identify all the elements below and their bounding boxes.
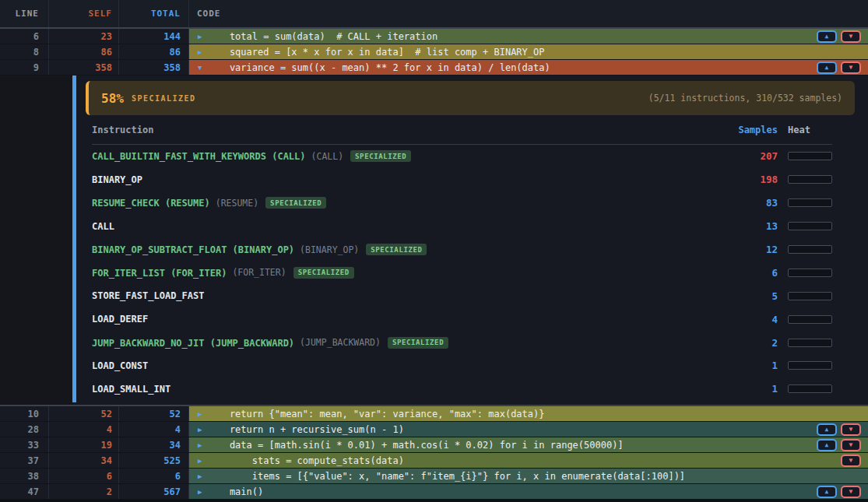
instruction-samples: 5 [715,290,778,302]
instruction-panel: 58% SPECIALIZED (5/11 instructions, 310/… [76,75,868,405]
total-samples: 6 [118,469,188,483]
instruction-name: BINARY_OP [92,174,715,185]
instruction-name: BINARY_OP_SUBTRACT_FLOAT (BINARY_OP)(BIN… [92,244,715,255]
code-cell[interactable]: ▶ items = [{"value": x, "name": f"item_{… [188,469,868,483]
navigate-up-button[interactable]: ▲ [817,30,837,43]
expand-toggle-icon[interactable]: ▶ [198,410,202,417]
source-line-row: 47 2 567 ▶ main() ▲▼ [0,484,868,500]
expand-toggle-icon[interactable]: ▶ [198,472,202,479]
self-samples: 4 [48,422,118,437]
code-cell[interactable]: ▶ stats = compute_stats(data) ▼ [188,453,868,468]
source-line-row: 38 6 6 ▶ items = [{"value": x, "name": f… [0,469,868,484]
opcode-name: CALL_BUILTIN_FAST_WITH_KEYWORDS (CALL) [92,151,306,162]
opcode-name: JUMP_BACKWARD_NO_JIT (JUMP_BACKWARD) [92,337,294,348]
row-navigation: ▼ [841,455,861,467]
code-cell[interactable]: ▶ total = sum(data) # CALL + iteration ▲… [188,29,868,44]
line-number: 37 [0,453,48,468]
code-text: data = [math.sin(i * 0.01) + math.cos(i … [189,440,624,451]
expand-toggle-icon[interactable]: ▶ [198,426,202,433]
navigate-up-button[interactable]: ▲ [817,423,837,436]
self-samples: 2 [48,484,118,499]
line-number: 38 [0,469,48,483]
code-cell[interactable]: ▶ main() ▲▼ [188,484,868,499]
line-number: 6 [0,29,48,44]
instruction-samples: 6 [715,267,778,279]
source-line-row: 9 358 358 ▼ variance = sum((x - mean) **… [0,60,868,75]
opcode-name: RESUME_CHECK (RESUME) [92,198,210,209]
opcode-family: (BINARY_OP) [300,244,359,255]
row-navigation: ▲▼ [817,423,861,436]
code-text: total = sum(data) # CALL + iteration [189,31,438,42]
source-line-row: 8 86 86 ▶ squared = [x * x for x in data… [0,44,868,60]
total-samples: 567 [118,484,188,499]
column-header-line: LINE [0,0,48,27]
code-cell[interactable]: ▶ data = [math.sin(i * 0.01) + math.cos(… [188,437,868,452]
source-rows-top: 6 23 144 ▶ total = sum(data) # CALL + it… [0,29,868,75]
code-text: variance = sum((x - mean) ** 2 for x in … [189,62,550,73]
opcode-family: (FOR_ITER) [232,267,286,278]
instruction-samples: 198 [715,174,778,185]
navigate-up-button[interactable]: ▲ [817,439,837,451]
instruction-row: LOAD_DEREF 4 [92,307,832,331]
instruction-column-header: Instruction [92,125,715,135]
opcode-name: LOAD_DEREF [92,314,148,325]
opcode-family: (JUMP_BACKWARD) [300,337,381,348]
column-header-code: CODE [188,0,868,27]
opcode-name: LOAD_CONST [92,360,148,371]
navigate-down-button[interactable]: ▼ [841,486,861,498]
instruction-name: LOAD_CONST [92,360,715,371]
heat-column-header: Heat [788,125,832,135]
code-cell[interactable]: ▼ variance = sum((x - mean) ** 2 for x i… [188,60,868,75]
instruction-name: LOAD_SMALL_INT [92,384,715,395]
self-samples: 23 [48,29,118,44]
instruction-rows: CALL_BUILTIN_FAST_WITH_KEYWORDS (CALL)(C… [76,145,868,401]
code-cell[interactable]: ▶ squared = [x * x for x in data] # list… [188,44,868,59]
code-cell[interactable]: ▶ return {"mean": mean, "var": variance,… [188,406,868,421]
source-line-row: 6 23 144 ▶ total = sum(data) # CALL + it… [0,29,868,44]
navigate-up-button[interactable]: ▲ [817,61,837,74]
code-cell[interactable]: ▶ return n + recursive_sum(n - 1) ▲▼ [188,422,868,437]
navigate-down-button[interactable]: ▼ [841,423,861,436]
specialized-badge: SPECIALIZED [293,267,354,279]
instruction-samples: 12 [715,244,778,255]
expand-toggle-icon[interactable]: ▶ [198,48,202,55]
instruction-name: CALL [92,221,715,232]
expand-toggle-icon[interactable]: ▶ [198,441,202,448]
self-samples: 358 [48,60,118,75]
line-number: 10 [0,406,48,421]
heat-bar [788,152,832,160]
opcode-name: STORE_FAST_LOAD_FAST [92,290,205,301]
heat-bar [788,269,832,277]
line-number: 8 [0,44,48,59]
instruction-name: LOAD_DEREF [92,314,715,325]
column-header-self: SELF [48,0,118,27]
specialized-badge: SPECIALIZED [265,197,326,209]
line-number: 28 [0,422,48,437]
instruction-name: RESUME_CHECK (RESUME)(RESUME)SPECIALIZED [92,197,715,209]
heat-bar [788,384,832,393]
navigate-down-button[interactable]: ▼ [841,455,861,467]
total-samples: 86 [118,44,188,59]
code-text: squared = [x * x for x in data] # list c… [189,47,544,58]
self-samples: 86 [48,44,118,59]
expand-toggle-icon[interactable]: ▼ [198,64,202,71]
source-line-row: 10 52 52 ▶ return {"mean": mean, "var": … [0,406,868,422]
specialized-percent: 58% [101,91,124,106]
opcode-name: BINARY_OP_SUBTRACT_FLOAT (BINARY_OP) [92,244,294,255]
navigate-up-button[interactable]: ▲ [817,486,837,498]
instruction-samples: 2 [715,337,778,349]
navigate-down-button[interactable]: ▼ [841,61,861,74]
code-text: items = [{"value": x, "name": f"item_{i}… [189,471,685,482]
heat-bar [788,222,832,230]
opcode-family: (CALL) [311,151,344,162]
specialization-banner: 58% SPECIALIZED (5/11 instructions, 310/… [86,81,855,115]
navigate-down-button[interactable]: ▼ [841,439,861,451]
navigate-down-button[interactable]: ▼ [841,30,861,43]
expand-toggle-icon[interactable]: ▶ [198,488,202,495]
expand-toggle-icon[interactable]: ▶ [198,457,202,464]
code-text: return {"mean": mean, "var": variance, "… [189,409,544,420]
instruction-row: CALL 13 [92,215,832,238]
opcode-name: LOAD_SMALL_INT [92,384,170,395]
expand-toggle-icon[interactable]: ▶ [198,33,202,40]
heat-bar [788,339,832,347]
